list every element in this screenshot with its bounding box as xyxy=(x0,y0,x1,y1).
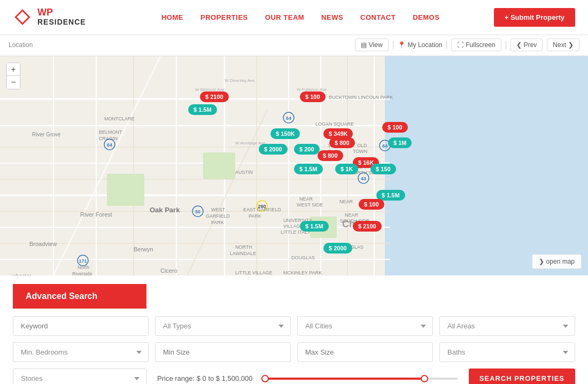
svg-text:Broadview: Broadview xyxy=(29,241,57,247)
svg-text:43: 43 xyxy=(361,176,366,181)
svg-text:Berwyn: Berwyn xyxy=(134,246,153,252)
toolbar-right: ▤ View 📍 My Location ⛶ Fullscreen ❮ Prev… xyxy=(355,39,579,51)
bedrooms-select[interactable]: Min. Bedrooms xyxy=(13,342,149,362)
price-marker-9[interactable]: $ 800 xyxy=(329,137,355,148)
logo-residence: RESIDENCE xyxy=(37,18,86,26)
toolbar-left: Location xyxy=(9,41,33,49)
svg-text:WEST: WEST xyxy=(211,207,226,212)
svg-text:GARFIELD: GARFIELD xyxy=(206,213,230,219)
search-row-2: Min. Bedrooms Baths xyxy=(13,342,575,362)
main-nav: HOME PROPERTIES OUR TEAM NEWS CONTACT DE… xyxy=(107,13,494,21)
price-marker-18[interactable]: $ 1.5M xyxy=(300,221,329,232)
advanced-search-toggle[interactable]: Advanced Search xyxy=(13,284,146,309)
svg-text:BUCKTOWN: BUCKTOWN xyxy=(329,95,357,100)
zoom-in-button[interactable]: + xyxy=(7,63,20,76)
nav-home[interactable]: HOME xyxy=(161,13,183,21)
svg-text:Riverside: Riverside xyxy=(72,271,92,275)
fullscreen-label: Fullscreen xyxy=(466,41,495,49)
svg-text:NEAR: NEAR xyxy=(299,196,313,202)
search-form: Advanced Search All Types All Cities All… xyxy=(0,275,588,384)
price-marker-4[interactable]: $ 150K xyxy=(270,128,300,139)
svg-text:MONTCLARE: MONTCLARE xyxy=(104,116,135,121)
keyword-input[interactable] xyxy=(13,316,149,336)
search-properties-button[interactable]: SEARCH PROPERTIES xyxy=(469,368,575,384)
svg-text:NORTH: NORTH xyxy=(235,244,252,250)
svg-text:64: 64 xyxy=(382,143,388,149)
svg-text:64: 64 xyxy=(286,116,291,121)
prev-icon: ❮ xyxy=(516,41,522,49)
price-marker-6[interactable]: $ 100 xyxy=(382,122,408,133)
submit-property-button[interactable]: + Submit Property xyxy=(494,8,575,27)
price-thumb-right[interactable] xyxy=(421,375,428,382)
nav-contact[interactable]: CONTACT xyxy=(360,13,396,21)
price-marker-19[interactable]: $ 2100 xyxy=(353,221,382,232)
map-svg: 64 50 290 64 43 64 171 River Grove MONTC… xyxy=(0,56,588,275)
svg-rect-3 xyxy=(385,56,588,275)
svg-text:EAST GARFIELD: EAST GARFIELD xyxy=(243,207,281,212)
price-marker-1[interactable]: $ 2100 xyxy=(200,91,229,102)
map-container[interactable]: 64 50 290 64 43 64 171 River Grove MONTC… xyxy=(0,56,588,275)
nav-our-team[interactable]: OUR TEAM xyxy=(265,13,304,21)
logo[interactable]: WP RESIDENCE xyxy=(13,7,86,27)
price-slider-fill xyxy=(261,378,429,380)
nav-properties[interactable]: PROPERTIES xyxy=(200,13,248,21)
min-size-input[interactable] xyxy=(155,342,291,362)
view-button[interactable]: ▤ View xyxy=(355,39,389,51)
price-marker-10[interactable]: $ 800 xyxy=(318,150,343,161)
svg-text:NEAR: NEAR xyxy=(345,212,359,218)
svg-text:North: North xyxy=(78,265,89,270)
prev-button[interactable]: ❮ Prev xyxy=(510,39,543,51)
my-location-button[interactable]: 📍 My Location xyxy=(398,41,443,49)
areas-select[interactable]: All Areas xyxy=(439,316,575,336)
svg-text:50: 50 xyxy=(195,209,200,214)
svg-text:River Forest: River Forest xyxy=(80,211,112,218)
baths-select[interactable]: Baths xyxy=(439,342,575,362)
price-marker-11[interactable]: $ 1M xyxy=(388,137,412,148)
svg-text:CRAGIN: CRAGIN xyxy=(99,136,118,141)
price-marker-3[interactable]: $ 1.5M xyxy=(188,104,217,115)
price-marker-13[interactable]: $ 1.5M xyxy=(294,164,323,174)
price-marker-7[interactable]: $ 2000 xyxy=(259,144,288,155)
prev-label: Prev xyxy=(524,41,537,49)
price-marker-20[interactable]: $ 2000 xyxy=(323,243,352,254)
zoom-out-button[interactable]: − xyxy=(7,76,20,89)
price-marker-17[interactable]: $ 100 xyxy=(359,199,384,210)
open-map-button[interactable]: ❯ open map xyxy=(532,254,582,269)
next-label: Next xyxy=(553,41,566,49)
svg-text:LAWNDALE: LAWNDALE xyxy=(230,251,256,256)
stories-select[interactable]: Stories xyxy=(13,368,146,384)
view-icon: ▤ xyxy=(361,41,367,49)
price-range-slider[interactable] xyxy=(261,378,458,380)
location-icon: 📍 xyxy=(398,41,406,49)
divider3 xyxy=(506,41,506,49)
location-btn-label: My Location xyxy=(408,41,443,49)
map-zoom-controls: + − xyxy=(6,63,20,89)
svg-text:171: 171 xyxy=(79,258,87,264)
svg-text:AUSTIN: AUSTIN xyxy=(235,170,253,175)
svg-text:PARK: PARK xyxy=(249,213,261,219)
nav-demos[interactable]: DEMOS xyxy=(413,13,439,21)
price-marker-15[interactable]: $ 150 xyxy=(370,164,396,174)
price-marker-8[interactable]: $ 200 xyxy=(294,144,320,155)
cities-select[interactable]: All Cities xyxy=(297,316,433,336)
price-marker-2[interactable]: $ 100 xyxy=(300,91,326,102)
svg-text:LITTLE VILLAGE: LITTLE VILLAGE xyxy=(235,270,273,275)
price-thumb-left[interactable] xyxy=(261,375,269,382)
svg-text:OLD: OLD xyxy=(357,143,367,148)
divider2 xyxy=(446,41,447,49)
svg-text:MCKINLEY PARK: MCKINLEY PARK xyxy=(283,270,322,275)
svg-text:WEST SIDE: WEST SIDE xyxy=(297,202,323,208)
next-button[interactable]: Next ❯ xyxy=(547,39,579,51)
svg-text:BELMONT: BELMONT xyxy=(99,129,122,135)
nav-news[interactable]: NEWS xyxy=(321,13,343,21)
fullscreen-button[interactable]: ⛶ Fullscreen xyxy=(451,39,501,51)
divider xyxy=(393,41,393,49)
search-row-3: Stories Price range: $ 0 to $ 1,500,000 … xyxy=(13,368,575,384)
max-size-input[interactable] xyxy=(297,342,433,362)
types-select[interactable]: All Types xyxy=(155,316,291,336)
svg-text:Oak Park: Oak Park xyxy=(150,206,180,214)
svg-text:xchester: xchester xyxy=(11,273,31,275)
svg-text:NEAR: NEAR xyxy=(339,199,353,204)
logo-diamond-icon xyxy=(13,7,32,27)
price-marker-14[interactable]: $ 1K xyxy=(335,164,358,174)
